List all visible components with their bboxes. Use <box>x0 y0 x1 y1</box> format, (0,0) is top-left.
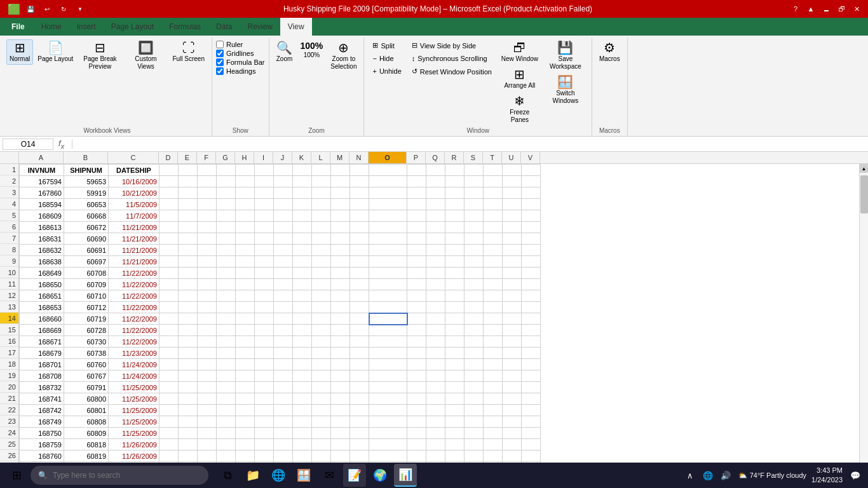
row-num-19[interactable]: 19 <box>0 370 18 381</box>
col-header-P[interactable]: P <box>407 152 426 163</box>
cell-O24[interactable] <box>369 428 407 439</box>
cell-U18[interactable] <box>503 359 522 370</box>
cell-U10[interactable] <box>503 268 522 279</box>
cell-I3[interactable] <box>255 187 274 199</box>
cell-H1[interactable] <box>236 165 255 176</box>
cell-O21[interactable] <box>369 393 407 405</box>
cell-R9[interactable] <box>445 256 465 268</box>
cell-B13[interactable]: 60712 <box>64 302 109 313</box>
cell-O13[interactable] <box>369 302 407 313</box>
cell-A22[interactable]: 168742 <box>20 405 64 416</box>
cell-M21[interactable] <box>331 393 350 405</box>
cell-F21[interactable] <box>198 393 217 405</box>
cell-E10[interactable] <box>179 268 198 279</box>
cell-G8[interactable] <box>217 245 236 256</box>
cell-S6[interactable] <box>465 222 484 233</box>
row-num-6[interactable]: 6 <box>0 221 18 233</box>
col-header-I[interactable]: I <box>254 152 273 163</box>
cell-G5[interactable] <box>217 210 236 222</box>
cell-C24[interactable]: 11/25/2009 <box>109 428 159 439</box>
cell-A20[interactable]: 168732 <box>20 382 64 393</box>
cell-J15[interactable] <box>274 325 293 336</box>
cell-H26[interactable] <box>236 451 255 462</box>
cell-M15[interactable] <box>331 325 350 336</box>
cell-G21[interactable] <box>217 393 236 405</box>
cell-V9[interactable] <box>522 256 541 268</box>
cell-D13[interactable] <box>159 302 179 313</box>
cell-R25[interactable] <box>445 439 465 451</box>
cell-V18[interactable] <box>522 359 541 370</box>
col-header-M[interactable]: M <box>330 152 349 163</box>
cell-K15[interactable] <box>293 325 312 336</box>
cell-G12[interactable] <box>217 290 236 302</box>
cell-H13[interactable] <box>236 302 255 313</box>
cell-M22[interactable] <box>331 405 350 416</box>
cell-D10[interactable] <box>159 268 179 279</box>
cell-T16[interactable] <box>484 336 503 348</box>
cell-M12[interactable] <box>331 290 350 302</box>
cell-I23[interactable] <box>255 416 274 428</box>
cell-B19[interactable]: 60767 <box>64 370 109 382</box>
cell-Q13[interactable] <box>426 302 445 313</box>
cell-T14[interactable] <box>484 313 503 325</box>
cell-I26[interactable] <box>255 451 274 462</box>
cell-M17[interactable] <box>331 348 350 359</box>
cell-O16[interactable] <box>369 336 407 348</box>
cell-U7[interactable] <box>503 233 522 245</box>
cell-E15[interactable] <box>179 325 198 336</box>
cell-C12[interactable]: 11/22/2009 <box>109 290 159 302</box>
cell-K18[interactable] <box>293 359 312 370</box>
cell-D26[interactable] <box>159 451 179 462</box>
page-break-preview-btn[interactable]: ⊟ Page Break Preview <box>78 39 122 72</box>
cell-U23[interactable] <box>503 416 522 428</box>
cell-S3[interactable] <box>465 187 484 199</box>
cell-L2[interactable] <box>312 176 331 187</box>
cell-K21[interactable] <box>293 393 312 405</box>
row-num-3[interactable]: 3 <box>0 187 18 198</box>
cell-C6[interactable]: 11/21/2009 <box>109 222 159 233</box>
cell-V5[interactable] <box>522 210 541 222</box>
cell-K16[interactable] <box>293 336 312 348</box>
cell-D2[interactable] <box>159 176 179 187</box>
cell-P12[interactable] <box>407 290 426 302</box>
cell-L21[interactable] <box>312 393 331 405</box>
cell-J10[interactable] <box>274 268 293 279</box>
cell-L24[interactable] <box>312 428 331 439</box>
cell-K1[interactable] <box>293 165 312 176</box>
notification-icon[interactable]: 💬 <box>848 468 863 483</box>
cell-K25[interactable] <box>293 439 312 451</box>
cell-A24[interactable]: 168750 <box>20 428 64 439</box>
gridlines-checkbox[interactable]: Gridlines <box>216 50 265 57</box>
cell-L25[interactable] <box>312 439 331 451</box>
cell-L16[interactable] <box>312 336 331 348</box>
cell-U4[interactable] <box>503 199 522 210</box>
cell-B3[interactable]: 59919 <box>64 187 109 199</box>
mail-btn[interactable]: ✉ <box>318 464 341 487</box>
cell-N9[interactable] <box>350 256 369 268</box>
cell-J6[interactable] <box>274 222 293 233</box>
cell-T3[interactable] <box>484 187 503 199</box>
cell-R19[interactable] <box>445 370 465 382</box>
cell-S4[interactable] <box>465 199 484 210</box>
cell-C1[interactable]: DATESHIP <box>109 165 159 176</box>
ribbon-toggle-btn[interactable]: ▲ <box>804 3 817 15</box>
cell-I5[interactable] <box>255 210 274 222</box>
cell-I22[interactable] <box>255 405 274 416</box>
file-explorer-btn[interactable]: 📁 <box>241 464 264 487</box>
cell-B8[interactable]: 60691 <box>64 245 109 256</box>
cell-F11[interactable] <box>198 279 217 290</box>
cell-M1[interactable] <box>331 165 350 176</box>
col-header-R[interactable]: R <box>445 152 464 163</box>
cell-R13[interactable] <box>445 302 465 313</box>
cell-P15[interactable] <box>407 325 426 336</box>
cell-A3[interactable]: 167860 <box>20 187 64 199</box>
cell-T17[interactable] <box>484 348 503 359</box>
cell-F9[interactable] <box>198 256 217 268</box>
cell-A7[interactable]: 168631 <box>20 233 64 245</box>
cell-V25[interactable] <box>522 439 541 451</box>
reset-position-btn[interactable]: ↺ Reset Window Position <box>407 65 496 78</box>
cell-U2[interactable] <box>503 176 522 187</box>
cell-A18[interactable]: 168701 <box>20 359 64 370</box>
cell-H22[interactable] <box>236 405 255 416</box>
cell-D21[interactable] <box>159 393 179 405</box>
